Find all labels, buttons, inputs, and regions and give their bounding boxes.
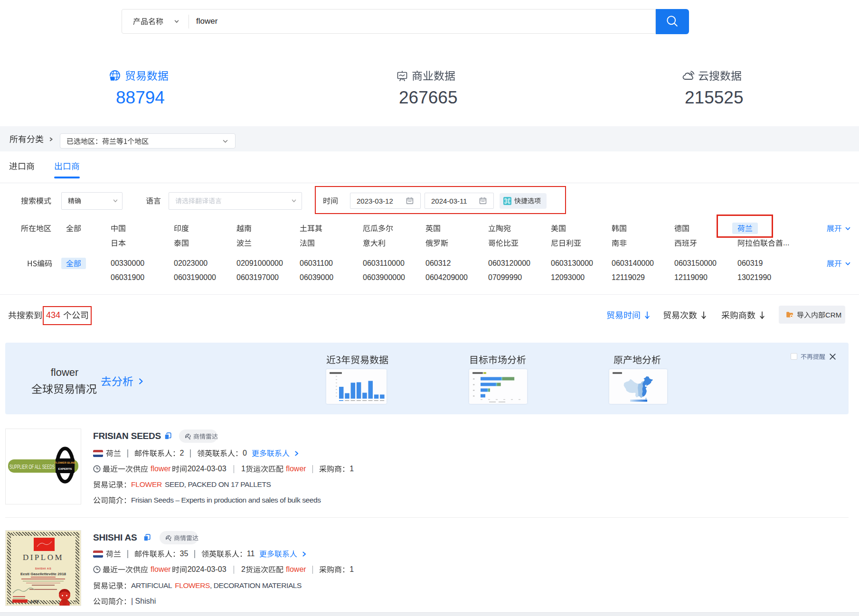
svg-text:EXPERTS: EXPERTS [58,467,72,470]
svg-text:FLOWER BLIND: FLOWER BLIND [55,461,76,464]
svg-text:SUPPLIER OF ALL SEEDS: SUPPLIER OF ALL SEEDS [9,463,55,470]
